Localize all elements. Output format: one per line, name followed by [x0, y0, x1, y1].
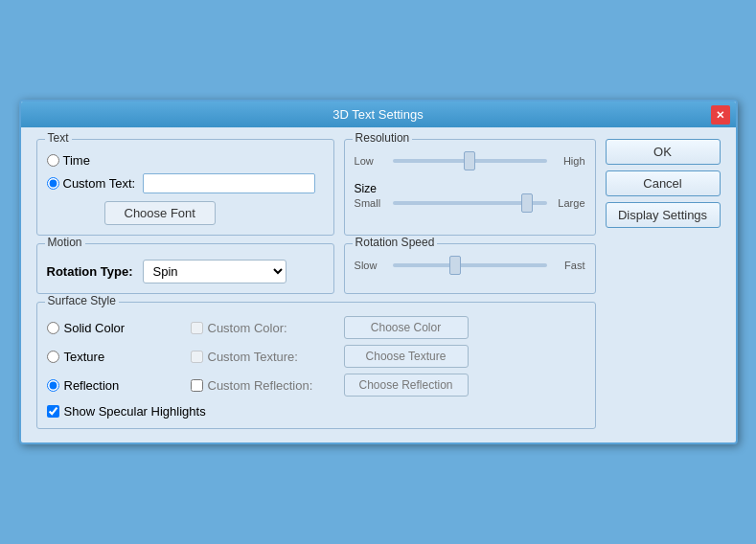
rotation-type-label: Rotation Type: — [47, 264, 133, 279]
size-slider[interactable] — [393, 201, 547, 205]
rotation-type-select[interactable]: Spin Bounce Tumble None — [143, 260, 286, 283]
time-radio-label[interactable]: Time — [47, 153, 90, 168]
right-buttons: OK Cancel Display Settings — [606, 139, 721, 429]
custom-color-check-label[interactable]: Custom Color: — [191, 321, 344, 335]
rotation-fast-label: Fast — [551, 260, 585, 271]
choose-reflection-button[interactable]: Choose Reflection — [344, 374, 469, 397]
custom-text-input[interactable]: I Love ReviverSoft — [143, 173, 315, 193]
custom-reflection-check-label[interactable]: Custom Reflection: — [191, 378, 344, 393]
main-window: 3D Text Settings ✕ Text Time — [19, 100, 738, 444]
ok-button[interactable]: OK — [606, 139, 721, 165]
custom-reflection-checkbox[interactable] — [191, 379, 203, 392]
reflection-radio[interactable] — [47, 379, 59, 392]
reflection-label[interactable]: Reflection — [47, 378, 191, 393]
display-settings-button[interactable]: Display Settings — [606, 202, 721, 228]
rotation-speed-label: Rotation Speed — [353, 236, 438, 249]
motion-section-label: Motion — [45, 236, 85, 249]
resolution-label: Resolution — [353, 131, 413, 145]
rotation-speed-section: Rotation Speed Slow Fast — [344, 243, 596, 294]
resolution-high-label: High — [551, 155, 585, 167]
motion-section: Motion Rotation Type: Spin Bounce Tumble… — [36, 243, 334, 294]
rotation-speed-slider[interactable] — [393, 263, 547, 267]
specular-highlights-checkbox[interactable] — [47, 405, 59, 418]
close-button[interactable]: ✕ — [711, 105, 730, 125]
size-small-label: Small — [355, 197, 389, 209]
choose-color-button[interactable]: Choose Color — [344, 316, 469, 339]
choose-font-button[interactable]: Choose Font — [104, 201, 216, 225]
custom-color-checkbox[interactable] — [191, 322, 203, 334]
left-panel: Text Time Custom Text: I Love ReviverSof… — [36, 139, 596, 429]
custom-texture-checkbox[interactable] — [191, 351, 203, 363]
solid-color-label[interactable]: Solid Color — [47, 321, 191, 335]
surface-section-label: Surface Style — [45, 294, 119, 307]
window-title: 3D Text Settings — [332, 107, 423, 122]
solid-color-radio[interactable] — [47, 322, 59, 334]
texture-label[interactable]: Texture — [47, 350, 191, 364]
resolution-low-label: Low — [355, 155, 389, 167]
surface-section: Surface Style Solid Color Custom Color: … — [36, 302, 596, 429]
choose-texture-button[interactable]: Choose Texture — [344, 345, 469, 368]
custom-text-radio[interactable] — [47, 177, 59, 190]
rotation-slow-label: Slow — [355, 260, 389, 271]
resolution-size-section: Resolution Low High Size Small — [344, 139, 596, 236]
custom-texture-check-label[interactable]: Custom Texture: — [191, 350, 344, 364]
cancel-button[interactable]: Cancel — [606, 170, 721, 196]
texture-radio[interactable] — [47, 351, 59, 363]
custom-text-radio-label[interactable]: Custom Text: — [47, 176, 136, 191]
time-radio[interactable] — [47, 154, 59, 167]
specular-highlights-label[interactable]: Show Specular Highlights — [64, 404, 206, 419]
title-bar: 3D Text Settings ✕ — [21, 102, 736, 127]
resolution-slider[interactable] — [393, 159, 547, 163]
text-section-label: Text — [45, 131, 72, 145]
text-section: Text Time Custom Text: I Love ReviverSof… — [36, 139, 334, 236]
size-large-label: Large — [551, 197, 585, 209]
